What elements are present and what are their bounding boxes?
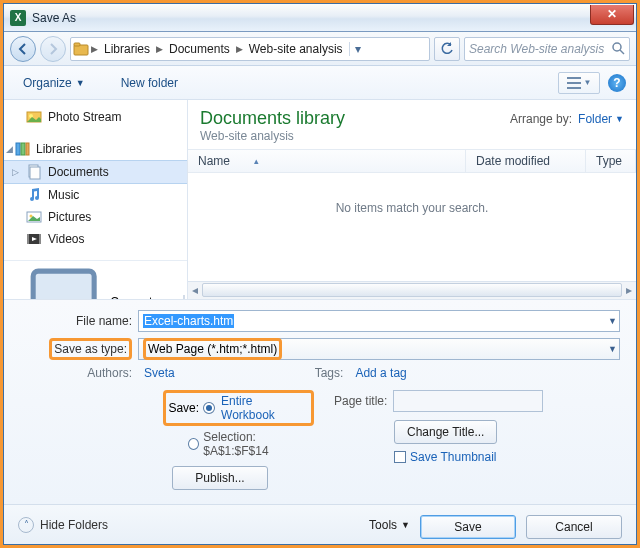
filename-value: Excel-charts.htm xyxy=(143,314,234,328)
tags-label: Tags: xyxy=(315,366,350,380)
breadcrumb-item[interactable]: Documents xyxy=(165,42,234,56)
chevron-right-icon: ▶ xyxy=(91,44,98,54)
arrange-by-dropdown[interactable]: Folder▼ xyxy=(578,112,624,126)
save-thumbnail-label[interactable]: Save Thumbnail xyxy=(410,450,497,464)
tree-item-photo-stream[interactable]: Photo Stream xyxy=(4,106,187,128)
chevron-down-icon: ▼ xyxy=(615,114,624,124)
tree-item-pictures[interactable]: Pictures xyxy=(4,206,187,228)
scroll-right-icon[interactable]: ▸ xyxy=(622,282,636,298)
svg-rect-6 xyxy=(567,87,581,89)
svg-rect-5 xyxy=(567,82,581,84)
chevron-down-icon: ▼ xyxy=(401,520,410,530)
publish-button[interactable]: Publish... xyxy=(172,466,268,490)
radio-selection[interactable] xyxy=(188,438,199,450)
list-icon xyxy=(567,77,581,89)
svg-rect-11 xyxy=(26,143,29,155)
change-title-button[interactable]: Change Title... xyxy=(394,420,497,444)
libraries-icon xyxy=(14,141,30,157)
column-date[interactable]: Date modified xyxy=(466,150,586,172)
arrange-by-label: Arrange by: xyxy=(510,112,572,126)
tree-item-documents[interactable]: ▷ Documents xyxy=(4,160,187,184)
close-button[interactable]: ✕ xyxy=(590,5,634,25)
empty-message: No items match your search. xyxy=(188,173,636,281)
horizontal-scrollbar[interactable]: ◂ ▸ xyxy=(188,281,636,299)
cancel-button[interactable]: Cancel xyxy=(526,515,622,539)
file-list-pane: Documents library Web-site analysis Arra… xyxy=(188,100,636,299)
breadcrumb-item[interactable]: Web-site analysis xyxy=(245,42,347,56)
column-name[interactable]: Name xyxy=(188,150,466,172)
documents-icon xyxy=(26,164,42,180)
window-title: Save As xyxy=(32,11,590,25)
nav-bar: ▶ Libraries ▶ Documents ▶ Web-site analy… xyxy=(4,32,636,66)
tree-item-computer[interactable]: Computer xyxy=(110,295,163,299)
tree-scrollbar[interactable] xyxy=(183,295,185,299)
breadcrumb-dropdown[interactable]: ▾ xyxy=(349,42,367,56)
help-button[interactable]: ? xyxy=(608,74,626,92)
page-title-label: Page title: xyxy=(334,394,387,408)
dialog-footer: ˄ Hide Folders Tools▼ Save Cancel xyxy=(4,504,636,544)
page-title-input[interactable] xyxy=(393,390,543,412)
save-options-label: Save: xyxy=(168,401,199,415)
excel-icon: X xyxy=(10,10,26,26)
expand-icon[interactable]: ▷ xyxy=(14,297,21,299)
search-input[interactable]: Search Web-site analysis xyxy=(464,37,630,61)
svg-rect-17 xyxy=(27,234,29,244)
option-selection[interactable]: Selection: $A$1:$F$14 xyxy=(203,430,314,458)
save-form: File name: Excel-charts.htm ▼ Save as ty… xyxy=(4,299,636,504)
new-folder-button[interactable]: New folder xyxy=(112,71,187,95)
breadcrumb[interactable]: ▶ Libraries ▶ Documents ▶ Web-site analy… xyxy=(70,37,430,61)
filename-input[interactable]: Excel-charts.htm ▼ xyxy=(138,310,620,332)
tree-item-videos[interactable]: Videos xyxy=(4,228,187,250)
location-title: Documents library xyxy=(200,108,345,129)
computer-icon xyxy=(23,261,104,299)
chevron-up-icon: ˄ xyxy=(18,517,34,533)
hide-folders-button[interactable]: ˄ Hide Folders xyxy=(18,517,108,533)
authors-value[interactable]: Sveta xyxy=(144,366,175,380)
organize-button[interactable]: Organize▼ xyxy=(14,71,94,95)
chevron-right-icon: ▶ xyxy=(156,44,163,54)
toolbar: Organize▼ New folder ▼ ? xyxy=(4,66,636,100)
svg-rect-13 xyxy=(30,167,40,179)
column-type[interactable]: Type xyxy=(586,150,636,172)
save-as-type-label: Save as type: xyxy=(49,338,132,360)
view-options-button[interactable]: ▼ xyxy=(558,72,600,94)
breadcrumb-item[interactable]: Libraries xyxy=(100,42,154,56)
svg-rect-1 xyxy=(74,43,80,46)
chevron-down-icon[interactable]: ▼ xyxy=(608,344,617,354)
svg-point-2 xyxy=(613,43,621,51)
svg-rect-18 xyxy=(39,234,41,244)
pictures-icon xyxy=(26,209,42,225)
search-icon xyxy=(612,42,625,55)
svg-rect-9 xyxy=(16,143,20,155)
photo-icon xyxy=(26,109,42,125)
location-subtitle: Web-site analysis xyxy=(200,129,345,143)
save-as-type-dropdown[interactable]: Web Page (*.htm;*.html) ▼ xyxy=(138,338,620,360)
libraries-icon xyxy=(73,42,89,56)
svg-line-3 xyxy=(620,50,624,54)
tags-value[interactable]: Add a tag xyxy=(355,366,406,380)
expand-icon[interactable]: ▷ xyxy=(12,167,19,177)
collapse-icon[interactable]: ◢ xyxy=(6,144,13,154)
tree-item-music[interactable]: Music xyxy=(4,184,187,206)
tree-item-libraries[interactable]: ◢ Libraries xyxy=(4,138,187,160)
back-button[interactable] xyxy=(10,36,36,62)
forward-button[interactable] xyxy=(40,36,66,62)
refresh-button[interactable] xyxy=(434,37,460,61)
column-headers[interactable]: Name Date modified Type xyxy=(188,149,636,173)
radio-entire-workbook[interactable] xyxy=(203,402,215,414)
chevron-right-icon: ▶ xyxy=(236,44,243,54)
tools-dropdown[interactable]: Tools▼ xyxy=(369,518,410,532)
music-icon xyxy=(26,187,42,203)
titlebar: X Save As ✕ xyxy=(4,4,636,32)
folder-tree[interactable]: Photo Stream ◢ Libraries ▷ Documents Mus… xyxy=(4,100,188,299)
scroll-left-icon[interactable]: ◂ xyxy=(188,282,202,298)
svg-rect-10 xyxy=(21,143,25,155)
save-thumbnail-checkbox[interactable] xyxy=(394,451,406,463)
filename-label: File name: xyxy=(4,314,138,328)
save-as-type-value: Web Page (*.htm;*.html) xyxy=(143,338,282,360)
save-button[interactable]: Save xyxy=(420,515,516,539)
scroll-thumb[interactable] xyxy=(202,283,622,297)
save-as-dialog: X Save As ✕ ▶ Libraries ▶ Documents ▶ We… xyxy=(3,3,637,545)
option-entire-workbook[interactable]: Entire Workbook xyxy=(221,394,309,422)
chevron-down-icon[interactable]: ▼ xyxy=(608,316,617,326)
